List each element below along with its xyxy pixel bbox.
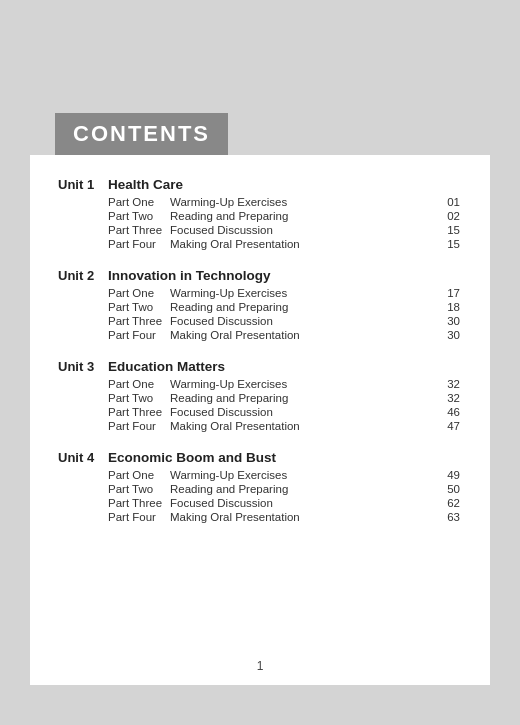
- units-container: Unit 1Health CarePart OneWarming-Up Exer…: [58, 177, 460, 523]
- unit-block-2: Unit 2Innovation in TechnologyPart OneWa…: [58, 268, 460, 341]
- part-desc-u2-p1: Warming-Up Exercises: [170, 287, 436, 299]
- unit-header-1: Unit 1Health Care: [58, 177, 460, 192]
- part-desc-u2-p3: Focused Discussion: [170, 315, 436, 327]
- part-row-u1-p4: Part FourMaking Oral Presentation15: [108, 238, 460, 250]
- part-desc-u2-p2: Reading and Preparing: [170, 301, 436, 313]
- unit-block-4: Unit 4Economic Boom and BustPart OneWarm…: [58, 450, 460, 523]
- part-label-u1-p4: Part Four: [108, 238, 170, 250]
- part-row-u3-p2: Part TwoReading and Preparing32: [108, 392, 460, 404]
- part-label-u1-p3: Part Three: [108, 224, 170, 236]
- part-row-u3-p1: Part OneWarming-Up Exercises32: [108, 378, 460, 390]
- unit-block-3: Unit 3Education MattersPart OneWarming-U…: [58, 359, 460, 432]
- header-band: CONTENTS: [0, 0, 520, 155]
- part-label-u4-p1: Part One: [108, 469, 170, 481]
- part-desc-u1-p3: Focused Discussion: [170, 224, 436, 236]
- unit-title-2: Innovation in Technology: [108, 268, 271, 283]
- part-page-u3-p3: 46: [436, 406, 460, 418]
- part-page-u3-p4: 47: [436, 420, 460, 432]
- part-desc-u1-p1: Warming-Up Exercises: [170, 196, 436, 208]
- contents-title: CONTENTS: [73, 121, 210, 146]
- part-desc-u4-p2: Reading and Preparing: [170, 483, 436, 495]
- part-row-u4-p2: Part TwoReading and Preparing50: [108, 483, 460, 495]
- part-page-u4-p3: 62: [436, 497, 460, 509]
- part-page-u2-p3: 30: [436, 315, 460, 327]
- part-label-u4-p2: Part Two: [108, 483, 170, 495]
- page-number: 1: [30, 659, 490, 673]
- part-label-u4-p4: Part Four: [108, 511, 170, 523]
- part-desc-u3-p3: Focused Discussion: [170, 406, 436, 418]
- part-label-u2-p2: Part Two: [108, 301, 170, 313]
- part-desc-u3-p4: Making Oral Presentation: [170, 420, 436, 432]
- part-label-u1-p2: Part Two: [108, 210, 170, 222]
- part-row-u2-p2: Part TwoReading and Preparing18: [108, 301, 460, 313]
- unit-title-1: Health Care: [108, 177, 183, 192]
- part-desc-u4-p4: Making Oral Presentation: [170, 511, 436, 523]
- part-row-u2-p3: Part ThreeFocused Discussion30: [108, 315, 460, 327]
- unit-title-3: Education Matters: [108, 359, 225, 374]
- unit-block-1: Unit 1Health CarePart OneWarming-Up Exer…: [58, 177, 460, 250]
- part-page-u1-p4: 15: [436, 238, 460, 250]
- part-row-u1-p1: Part OneWarming-Up Exercises01: [108, 196, 460, 208]
- part-label-u3-p1: Part One: [108, 378, 170, 390]
- part-desc-u3-p1: Warming-Up Exercises: [170, 378, 436, 390]
- unit-number-1: Unit 1: [58, 177, 108, 192]
- part-label-u3-p3: Part Three: [108, 406, 170, 418]
- unit-header-2: Unit 2Innovation in Technology: [58, 268, 460, 283]
- part-desc-u4-p3: Focused Discussion: [170, 497, 436, 509]
- part-row-u4-p1: Part OneWarming-Up Exercises49: [108, 469, 460, 481]
- unit-header-4: Unit 4Economic Boom and Bust: [58, 450, 460, 465]
- unit-title-4: Economic Boom and Bust: [108, 450, 276, 465]
- part-label-u1-p1: Part One: [108, 196, 170, 208]
- unit-number-4: Unit 4: [58, 450, 108, 465]
- part-desc-u1-p2: Reading and Preparing: [170, 210, 436, 222]
- part-row-u3-p4: Part FourMaking Oral Presentation47: [108, 420, 460, 432]
- unit-number-2: Unit 2: [58, 268, 108, 283]
- part-page-u2-p1: 17: [436, 287, 460, 299]
- part-page-u1-p2: 02: [436, 210, 460, 222]
- part-label-u4-p3: Part Three: [108, 497, 170, 509]
- part-page-u3-p2: 32: [436, 392, 460, 404]
- part-label-u2-p4: Part Four: [108, 329, 170, 341]
- part-row-u1-p3: Part ThreeFocused Discussion15: [108, 224, 460, 236]
- part-row-u1-p2: Part TwoReading and Preparing02: [108, 210, 460, 222]
- part-row-u4-p4: Part FourMaking Oral Presentation63: [108, 511, 460, 523]
- part-page-u4-p4: 63: [436, 511, 460, 523]
- part-desc-u2-p4: Making Oral Presentation: [170, 329, 436, 341]
- part-page-u2-p4: 30: [436, 329, 460, 341]
- part-label-u3-p4: Part Four: [108, 420, 170, 432]
- part-row-u4-p3: Part ThreeFocused Discussion62: [108, 497, 460, 509]
- contents-box: CONTENTS: [55, 113, 228, 155]
- part-label-u2-p3: Part Three: [108, 315, 170, 327]
- part-desc-u4-p1: Warming-Up Exercises: [170, 469, 436, 481]
- part-row-u2-p1: Part OneWarming-Up Exercises17: [108, 287, 460, 299]
- page: CONTENTS Unit 1Health CarePart OneWarmin…: [0, 0, 520, 725]
- part-page-u1-p3: 15: [436, 224, 460, 236]
- part-label-u2-p1: Part One: [108, 287, 170, 299]
- part-row-u2-p4: Part FourMaking Oral Presentation30: [108, 329, 460, 341]
- part-page-u4-p2: 50: [436, 483, 460, 495]
- part-page-u1-p1: 01: [436, 196, 460, 208]
- part-desc-u3-p2: Reading and Preparing: [170, 392, 436, 404]
- unit-number-3: Unit 3: [58, 359, 108, 374]
- part-row-u3-p3: Part ThreeFocused Discussion46: [108, 406, 460, 418]
- part-desc-u1-p4: Making Oral Presentation: [170, 238, 436, 250]
- part-page-u2-p2: 18: [436, 301, 460, 313]
- part-label-u3-p2: Part Two: [108, 392, 170, 404]
- unit-header-3: Unit 3Education Matters: [58, 359, 460, 374]
- part-page-u3-p1: 32: [436, 378, 460, 390]
- part-page-u4-p1: 49: [436, 469, 460, 481]
